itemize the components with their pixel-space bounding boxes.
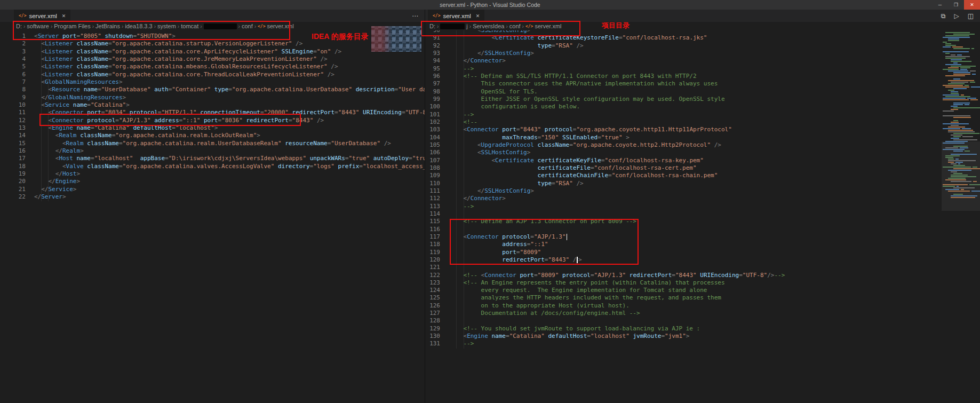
minimap[interactable]: [942, 30, 980, 403]
line-number: 113: [425, 203, 449, 210]
code-line[interactable]: 96 <!-- Define an SSL/TLS HTTP/1.1 Conne…: [425, 73, 942, 80]
minimap-slider[interactable]: [942, 141, 980, 211]
code-line[interactable]: 117 <Connector protocol="AJP/1.3": [425, 233, 942, 241]
code-line[interactable]: 99 Either JSSE or OpenSSL style configur…: [425, 96, 942, 103]
code-line[interactable]: 130 <Engine name="Catalina" defaultHost=…: [425, 333, 942, 340]
line-number: 22: [0, 193, 34, 201]
breadcrumb-right[interactable]: D:›j›ServersIdea›conf›</>server.xml: [425, 22, 980, 30]
code-line[interactable]: 93 </SSLHostConfig>: [425, 50, 942, 57]
code-line[interactable]: 8 <Resource name="UserDatabase" auth="Co…: [0, 86, 425, 93]
breadcrumb-item[interactable]: system: [157, 23, 176, 29]
code-line[interactable]: 90 <SSLHostConfig>: [425, 30, 942, 34]
code-line[interactable]: 16 </Realm>: [0, 147, 425, 155]
breadcrumb-item[interactable]: </>server.xml: [525, 23, 562, 29]
code-line[interactable]: 13 <Engine name="Catalina" defaultHost="…: [0, 124, 425, 132]
more-actions-icon[interactable]: ⋯: [412, 12, 418, 20]
code-line[interactable]: 19 </Host>: [0, 170, 425, 178]
code-line[interactable]: 104 maxThreads="150" SSLEnabled="true" >: [425, 134, 942, 141]
code-line[interactable]: 14 <Realm className="org.apache.catalina…: [0, 132, 425, 139]
code-line[interactable]: 95 -->: [425, 65, 942, 73]
code-line[interactable]: 11 <Connector port="8034" protocol="HTTP…: [0, 109, 425, 116]
code-line[interactable]: 3 <Listener className="org.apache.catali…: [0, 48, 425, 56]
breadcrumb-item[interactable]: D:: [429, 23, 435, 29]
code-line[interactable]: 127 Documentation at /docs/config/engine…: [425, 310, 942, 317]
close-button[interactable]: ✕: [964, 0, 980, 10]
code-line[interactable]: 20 </Engine>: [0, 178, 425, 185]
breadcrumb-item[interactable]: idea18.3.3: [125, 23, 152, 29]
code-line[interactable]: 106 <SSLHostConfig>: [425, 149, 942, 156]
tab-server-xml-right[interactable]: </> server.xml ✕: [428, 10, 484, 22]
code-line[interactable]: 21 </Service>: [0, 186, 425, 193]
code-line[interactable]: 121: [425, 264, 942, 271]
open-changes-icon[interactable]: ⧉: [941, 12, 946, 20]
code-line[interactable]: 108 certificateFile="conf/localhost-rsa-…: [425, 164, 942, 172]
code-line[interactable]: 123 <!-- An Engine represents the entry …: [425, 279, 942, 287]
breadcrumb-item[interactable]: </>server.xml: [258, 23, 294, 29]
text-cursor: [577, 257, 578, 263]
code-line[interactable]: 10 <Service name="Catalina">: [0, 101, 425, 109]
code-line[interactable]: 107 <Certificate certificateKeyFile="con…: [425, 157, 942, 164]
minimize-button[interactable]: ─: [932, 0, 948, 10]
code-line[interactable]: 103 <Connector port="8443" protocol="org…: [425, 126, 942, 133]
code-line[interactable]: 111 </SSLHostConfig>: [425, 187, 942, 195]
close-tab-icon[interactable]: ✕: [62, 13, 66, 19]
code-line[interactable]: 113 -->: [425, 203, 942, 210]
editor-left[interactable]: 1<Server port="8005" shutdown="SHUTDOWN"…: [0, 30, 425, 403]
code-line[interactable]: 114: [425, 210, 942, 218]
breadcrumb-item[interactable]: ServersIdea: [473, 23, 504, 29]
window-title: server.xml - Python - Visual Studio Code: [0, 2, 980, 8]
code-line[interactable]: 109 certificateChainFile="conf/localhost…: [425, 172, 942, 179]
breadcrumb-item[interactable]: D:: [16, 23, 22, 29]
code-line[interactable]: 5 <Listener className="org.apache.catali…: [0, 63, 425, 70]
tab-label: server.xml: [29, 13, 57, 19]
breadcrumb-item[interactable]: software: [27, 23, 49, 29]
close-tab-icon[interactable]: ✕: [476, 13, 480, 19]
code-line[interactable]: 116: [425, 226, 942, 233]
code-line[interactable]: 119 port="8009": [425, 249, 942, 256]
code-line[interactable]: 100 configuration is used below.: [425, 103, 942, 110]
code-line[interactable]: 101 -->: [425, 111, 942, 118]
code-line[interactable]: 92 type="RSA" />: [425, 42, 942, 50]
code-line[interactable]: 97 This connector uses the APR/native im…: [425, 80, 942, 88]
split-editor-icon[interactable]: ◫: [968, 12, 974, 20]
editor-right[interactable]: 90 <SSLHostConfig>91 <Certificate certif…: [425, 30, 942, 403]
code-line[interactable]: 129 <!-- You should set jvmRoute to supp…: [425, 325, 942, 333]
code-line[interactable]: 4 <Listener className="org.apache.catali…: [0, 56, 425, 63]
run-icon[interactable]: ▷: [954, 12, 959, 20]
code-line[interactable]: 12 <Connector protocol="AJP/1.3" address…: [0, 117, 425, 124]
code-line[interactable]: 110 type="RSA" />: [425, 180, 942, 187]
code-line[interactable]: 122 <!-- <Connector port="8009" protocol…: [425, 272, 942, 279]
code-line[interactable]: 124 every request. The Engine implementa…: [425, 287, 942, 294]
code-line[interactable]: 102 <!--: [425, 118, 942, 126]
breadcrumb-item[interactable]: tomcat: [181, 23, 198, 29]
code-line[interactable]: 120 redirectPort="8443" />: [425, 256, 942, 264]
code-line[interactable]: 112 </Connector>: [425, 195, 942, 202]
breadcrumb-item[interactable]: conf: [509, 23, 521, 29]
code-line[interactable]: 7 <GlobalNamingResources>: [0, 78, 425, 86]
code-line[interactable]: 15 <Realm className="org.apache.catalina…: [0, 140, 425, 147]
maximize-button[interactable]: ❐: [948, 0, 964, 10]
code-line[interactable]: 17 <Host name="localhost" appBase="D:\ir…: [0, 155, 425, 162]
code-line[interactable]: 18 <Valve className="org.apache.catalina…: [0, 163, 425, 170]
code-line[interactable]: 105 <UpgradeProtocol className="org.apac…: [425, 141, 942, 149]
breadcrumb-item[interactable]: [204, 23, 237, 29]
code-line[interactable]: 98 OpenSSL for TLS.: [425, 88, 942, 96]
code-line[interactable]: 115 <!-- Define an AJP 1.3 Connector on …: [425, 218, 942, 225]
code-line[interactable]: 131 -->: [425, 340, 942, 347]
code-line[interactable]: 118 address="::1": [425, 241, 942, 248]
breadcrumb-item[interactable]: conf: [242, 23, 253, 29]
code-line[interactable]: 128: [425, 317, 942, 325]
tab-server-xml-left[interactable]: </> server.xml ✕: [14, 10, 70, 22]
code-line[interactable]: 9 </GlobalNamingResources>: [0, 94, 425, 101]
breadcrumb-item[interactable]: j: [440, 23, 467, 29]
breadcrumb-item[interactable]: Program Files: [54, 23, 90, 29]
code-line[interactable]: 94 </Connector>: [425, 57, 942, 65]
code-line[interactable]: 22</Server>: [0, 193, 425, 201]
code-line[interactable]: 125 analyzes the HTTP headers included w…: [425, 294, 942, 302]
code-line[interactable]: 91 <Certificate certificateKeystoreFile=…: [425, 34, 942, 42]
code-line[interactable]: 6 <Listener className="org.apache.catali…: [0, 71, 425, 78]
breadcrumb-left[interactable]: D:›software›Program Files›JetBrains›idea…: [0, 22, 425, 30]
code-line[interactable]: 126 on to the appropriate Host (virtual …: [425, 302, 942, 310]
line-number: 6: [0, 71, 34, 78]
breadcrumb-item[interactable]: JetBrains: [95, 23, 120, 29]
